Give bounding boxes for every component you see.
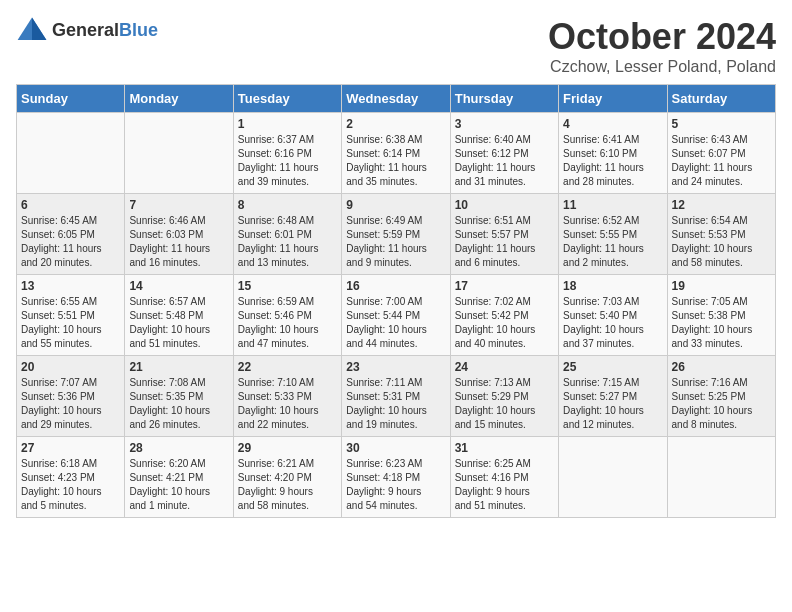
calendar-cell: 1Sunrise: 6:37 AM Sunset: 6:16 PM Daylig… — [233, 113, 341, 194]
calendar-cell: 26Sunrise: 7:16 AM Sunset: 5:25 PM Dayli… — [667, 356, 775, 437]
day-content: Sunrise: 6:54 AM Sunset: 5:53 PM Dayligh… — [672, 214, 771, 270]
day-content: Sunrise: 7:05 AM Sunset: 5:38 PM Dayligh… — [672, 295, 771, 351]
calendar-cell: 16Sunrise: 7:00 AM Sunset: 5:44 PM Dayli… — [342, 275, 450, 356]
calendar-cell: 7Sunrise: 6:46 AM Sunset: 6:03 PM Daylig… — [125, 194, 233, 275]
day-number: 10 — [455, 198, 554, 212]
calendar-cell: 19Sunrise: 7:05 AM Sunset: 5:38 PM Dayli… — [667, 275, 775, 356]
calendar-header-cell: Wednesday — [342, 85, 450, 113]
day-content: Sunrise: 7:16 AM Sunset: 5:25 PM Dayligh… — [672, 376, 771, 432]
calendar-cell: 31Sunrise: 6:25 AM Sunset: 4:16 PM Dayli… — [450, 437, 558, 518]
day-content: Sunrise: 6:48 AM Sunset: 6:01 PM Dayligh… — [238, 214, 337, 270]
calendar-cell: 8Sunrise: 6:48 AM Sunset: 6:01 PM Daylig… — [233, 194, 341, 275]
calendar-week-row: 13Sunrise: 6:55 AM Sunset: 5:51 PM Dayli… — [17, 275, 776, 356]
day-number: 24 — [455, 360, 554, 374]
day-number: 2 — [346, 117, 445, 131]
calendar-cell: 24Sunrise: 7:13 AM Sunset: 5:29 PM Dayli… — [450, 356, 558, 437]
page-header: GeneralBlue October 2024 Czchow, Lesser … — [16, 16, 776, 76]
day-content: Sunrise: 6:40 AM Sunset: 6:12 PM Dayligh… — [455, 133, 554, 189]
day-number: 8 — [238, 198, 337, 212]
day-number: 1 — [238, 117, 337, 131]
calendar-cell: 14Sunrise: 6:57 AM Sunset: 5:48 PM Dayli… — [125, 275, 233, 356]
day-number: 30 — [346, 441, 445, 455]
calendar-cell: 28Sunrise: 6:20 AM Sunset: 4:21 PM Dayli… — [125, 437, 233, 518]
day-content: Sunrise: 7:11 AM Sunset: 5:31 PM Dayligh… — [346, 376, 445, 432]
logo-general: General — [52, 20, 119, 40]
calendar-cell: 12Sunrise: 6:54 AM Sunset: 5:53 PM Dayli… — [667, 194, 775, 275]
day-content: Sunrise: 6:21 AM Sunset: 4:20 PM Dayligh… — [238, 457, 337, 513]
location-title: Czchow, Lesser Poland, Poland — [548, 58, 776, 76]
calendar-cell: 23Sunrise: 7:11 AM Sunset: 5:31 PM Dayli… — [342, 356, 450, 437]
logo-icon — [16, 16, 48, 44]
day-content: Sunrise: 6:25 AM Sunset: 4:16 PM Dayligh… — [455, 457, 554, 513]
calendar-header-row: SundayMondayTuesdayWednesdayThursdayFrid… — [17, 85, 776, 113]
day-number: 19 — [672, 279, 771, 293]
calendar-cell: 6Sunrise: 6:45 AM Sunset: 6:05 PM Daylig… — [17, 194, 125, 275]
day-content: Sunrise: 6:57 AM Sunset: 5:48 PM Dayligh… — [129, 295, 228, 351]
calendar-cell: 4Sunrise: 6:41 AM Sunset: 6:10 PM Daylig… — [559, 113, 667, 194]
day-number: 23 — [346, 360, 445, 374]
day-content: Sunrise: 7:08 AM Sunset: 5:35 PM Dayligh… — [129, 376, 228, 432]
day-number: 13 — [21, 279, 120, 293]
day-number: 9 — [346, 198, 445, 212]
calendar-cell: 13Sunrise: 6:55 AM Sunset: 5:51 PM Dayli… — [17, 275, 125, 356]
calendar-header-cell: Monday — [125, 85, 233, 113]
calendar-cell — [667, 437, 775, 518]
day-number: 6 — [21, 198, 120, 212]
day-content: Sunrise: 7:03 AM Sunset: 5:40 PM Dayligh… — [563, 295, 662, 351]
calendar-cell: 15Sunrise: 6:59 AM Sunset: 5:46 PM Dayli… — [233, 275, 341, 356]
day-content: Sunrise: 6:49 AM Sunset: 5:59 PM Dayligh… — [346, 214, 445, 270]
day-content: Sunrise: 6:51 AM Sunset: 5:57 PM Dayligh… — [455, 214, 554, 270]
day-content: Sunrise: 6:20 AM Sunset: 4:21 PM Dayligh… — [129, 457, 228, 513]
day-number: 5 — [672, 117, 771, 131]
day-content: Sunrise: 6:37 AM Sunset: 6:16 PM Dayligh… — [238, 133, 337, 189]
day-content: Sunrise: 6:45 AM Sunset: 6:05 PM Dayligh… — [21, 214, 120, 270]
day-number: 21 — [129, 360, 228, 374]
day-content: Sunrise: 6:23 AM Sunset: 4:18 PM Dayligh… — [346, 457, 445, 513]
day-content: Sunrise: 7:07 AM Sunset: 5:36 PM Dayligh… — [21, 376, 120, 432]
day-content: Sunrise: 6:55 AM Sunset: 5:51 PM Dayligh… — [21, 295, 120, 351]
calendar-cell: 20Sunrise: 7:07 AM Sunset: 5:36 PM Dayli… — [17, 356, 125, 437]
day-number: 16 — [346, 279, 445, 293]
day-content: Sunrise: 6:46 AM Sunset: 6:03 PM Dayligh… — [129, 214, 228, 270]
day-number: 26 — [672, 360, 771, 374]
day-number: 7 — [129, 198, 228, 212]
day-content: Sunrise: 6:41 AM Sunset: 6:10 PM Dayligh… — [563, 133, 662, 189]
logo-blue: Blue — [119, 20, 158, 40]
day-number: 31 — [455, 441, 554, 455]
day-number: 15 — [238, 279, 337, 293]
calendar-cell: 21Sunrise: 7:08 AM Sunset: 5:35 PM Dayli… — [125, 356, 233, 437]
day-number: 28 — [129, 441, 228, 455]
day-content: Sunrise: 6:38 AM Sunset: 6:14 PM Dayligh… — [346, 133, 445, 189]
calendar-cell: 30Sunrise: 6:23 AM Sunset: 4:18 PM Dayli… — [342, 437, 450, 518]
calendar-cell: 22Sunrise: 7:10 AM Sunset: 5:33 PM Dayli… — [233, 356, 341, 437]
day-content: Sunrise: 7:02 AM Sunset: 5:42 PM Dayligh… — [455, 295, 554, 351]
svg-marker-1 — [32, 18, 46, 40]
day-number: 27 — [21, 441, 120, 455]
calendar-cell: 29Sunrise: 6:21 AM Sunset: 4:20 PM Dayli… — [233, 437, 341, 518]
calendar-cell — [17, 113, 125, 194]
day-content: Sunrise: 6:43 AM Sunset: 6:07 PM Dayligh… — [672, 133, 771, 189]
calendar-cell — [559, 437, 667, 518]
calendar-cell: 3Sunrise: 6:40 AM Sunset: 6:12 PM Daylig… — [450, 113, 558, 194]
calendar-cell: 9Sunrise: 6:49 AM Sunset: 5:59 PM Daylig… — [342, 194, 450, 275]
day-number: 22 — [238, 360, 337, 374]
calendar-cell: 10Sunrise: 6:51 AM Sunset: 5:57 PM Dayli… — [450, 194, 558, 275]
calendar-cell: 5Sunrise: 6:43 AM Sunset: 6:07 PM Daylig… — [667, 113, 775, 194]
logo: GeneralBlue — [16, 16, 158, 44]
day-number: 29 — [238, 441, 337, 455]
day-number: 18 — [563, 279, 662, 293]
day-content: Sunrise: 7:10 AM Sunset: 5:33 PM Dayligh… — [238, 376, 337, 432]
day-number: 20 — [21, 360, 120, 374]
calendar-cell: 25Sunrise: 7:15 AM Sunset: 5:27 PM Dayli… — [559, 356, 667, 437]
calendar-header-cell: Tuesday — [233, 85, 341, 113]
calendar-table: SundayMondayTuesdayWednesdayThursdayFrid… — [16, 84, 776, 518]
calendar-header-cell: Thursday — [450, 85, 558, 113]
calendar-cell: 11Sunrise: 6:52 AM Sunset: 5:55 PM Dayli… — [559, 194, 667, 275]
day-content: Sunrise: 7:00 AM Sunset: 5:44 PM Dayligh… — [346, 295, 445, 351]
calendar-cell — [125, 113, 233, 194]
calendar-week-row: 27Sunrise: 6:18 AM Sunset: 4:23 PM Dayli… — [17, 437, 776, 518]
day-content: Sunrise: 7:13 AM Sunset: 5:29 PM Dayligh… — [455, 376, 554, 432]
calendar-cell: 2Sunrise: 6:38 AM Sunset: 6:14 PM Daylig… — [342, 113, 450, 194]
day-number: 14 — [129, 279, 228, 293]
day-number: 25 — [563, 360, 662, 374]
